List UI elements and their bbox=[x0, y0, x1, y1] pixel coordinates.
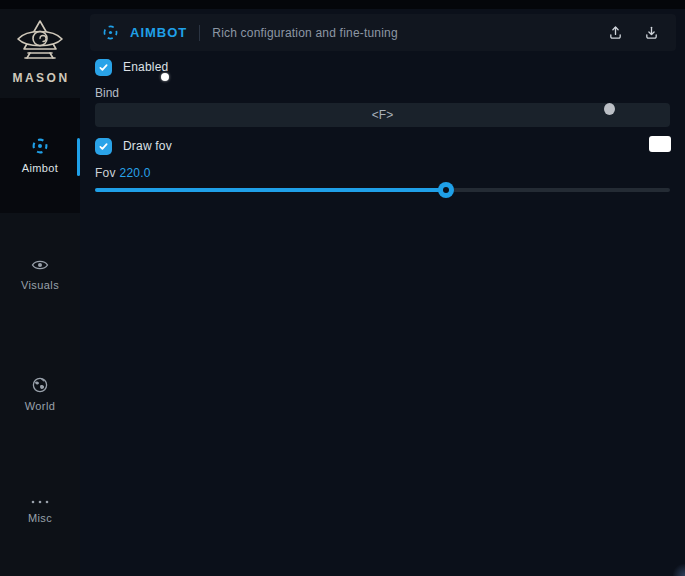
cursor-dot bbox=[604, 103, 615, 115]
globe-icon bbox=[32, 377, 48, 393]
download-config-button[interactable] bbox=[638, 20, 664, 46]
sidebar-item-aimbot[interactable]: Aimbot bbox=[0, 98, 80, 213]
sidebar: MASON Aimbot Visuals bbox=[0, 9, 80, 576]
page-title: AIMBOT bbox=[130, 25, 187, 40]
fov-label-text: Fov bbox=[95, 166, 116, 180]
enabled-checkbox[interactable] bbox=[95, 59, 112, 76]
panel-header: AIMBOT Rich configuration and fine-tunin… bbox=[90, 14, 676, 51]
fov-slider[interactable] bbox=[95, 181, 670, 199]
fov-value: 220.0 bbox=[120, 166, 151, 180]
header-divider bbox=[199, 25, 200, 41]
cursor-dot bbox=[161, 73, 169, 81]
sidebar-item-misc[interactable]: Misc bbox=[0, 499, 80, 524]
draw-fov-row: Draw fov bbox=[95, 137, 172, 155]
slider-fill bbox=[95, 188, 446, 192]
logo-label: MASON bbox=[12, 71, 69, 85]
app-logo: MASON bbox=[0, 17, 80, 85]
top-strip bbox=[0, 0, 685, 9]
ellipsis-icon bbox=[30, 499, 50, 505]
sidebar-item-world[interactable]: World bbox=[0, 377, 80, 412]
fov-color-picker[interactable] bbox=[649, 136, 671, 152]
sidebar-item-label: Misc bbox=[28, 512, 52, 524]
upload-config-button[interactable] bbox=[602, 20, 628, 46]
sidebar-item-visuals[interactable]: Visuals bbox=[0, 258, 80, 291]
sidebar-item-label: Visuals bbox=[21, 279, 59, 291]
crosshair-icon bbox=[31, 137, 49, 155]
aimbot-panel: AIMBOT Rich configuration and fine-tunin… bbox=[80, 9, 685, 576]
fov-label: Fov220.0 bbox=[95, 166, 151, 180]
sidebar-item-label: World bbox=[25, 400, 56, 412]
page-subtitle: Rich configuration and fine-tuning bbox=[212, 26, 398, 40]
enabled-row: Enabled bbox=[95, 58, 168, 76]
bind-label: Bind bbox=[95, 86, 119, 100]
app-window: MASON Aimbot Visuals bbox=[0, 0, 685, 576]
sidebar-item-label: Aimbot bbox=[22, 162, 59, 174]
mason-eye-pyramid-icon bbox=[14, 17, 66, 67]
crosshair-icon bbox=[102, 24, 119, 41]
slider-handle[interactable] bbox=[438, 182, 454, 198]
draw-fov-label: Draw fov bbox=[123, 139, 172, 153]
corner-accent bbox=[673, 564, 685, 576]
draw-fov-checkbox[interactable] bbox=[95, 138, 112, 155]
eye-icon bbox=[31, 258, 49, 272]
bind-key-field[interactable]: <F> bbox=[95, 103, 670, 127]
enabled-label: Enabled bbox=[123, 60, 168, 74]
